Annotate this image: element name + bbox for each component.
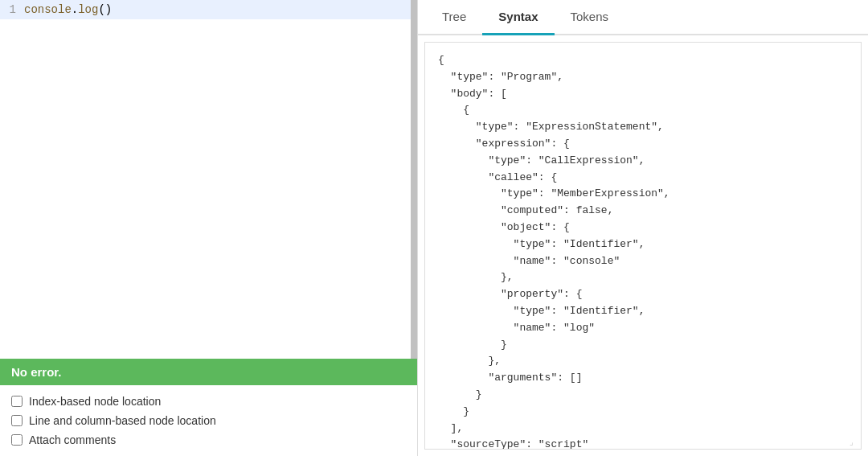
tab-syntax[interactable]: Syntax [482,0,554,35]
tab-tokens[interactable]: Tokens [555,0,625,35]
editor-area[interactable]: 1 console.log() [0,0,417,359]
options-area: Index-based node location Line and colum… [0,385,417,456]
option-attach-comments-label: Attach comments [29,433,116,446]
tab-tree[interactable]: Tree [426,0,482,35]
editor-line-1: 1 console.log() [0,0,417,19]
tabs-header: Tree Syntax Tokens [418,0,868,35]
checkbox-attach-comments[interactable] [11,434,23,446]
option-index-based[interactable]: Index-based node location [11,395,406,408]
json-output: { "type": "Program", "body": [ { "type":… [438,52,848,450]
option-line-column[interactable]: Line and column-based node location [11,414,406,427]
option-line-column-label: Line and column-based node location [29,414,216,427]
left-panel: 1 console.log() No error. Index-based no… [0,0,418,456]
json-output-container[interactable]: { "type": "Program", "body": [ { "type":… [424,42,862,450]
status-message: No error. [11,365,62,379]
checkbox-index-based[interactable] [11,396,23,407]
option-index-based-label: Index-based node location [29,395,161,408]
line-number-1: 1 [0,3,24,16]
resize-handle[interactable]: ⌟ [850,438,859,447]
option-attach-comments[interactable]: Attach comments [11,433,406,446]
line-content-1: console.log() [24,3,112,16]
status-bar: No error. [0,359,417,385]
checkbox-line-column[interactable] [11,415,23,426]
right-panel: Tree Syntax Tokens { "type": "Program", … [418,0,868,456]
scrollbar-vertical[interactable] [411,0,417,359]
